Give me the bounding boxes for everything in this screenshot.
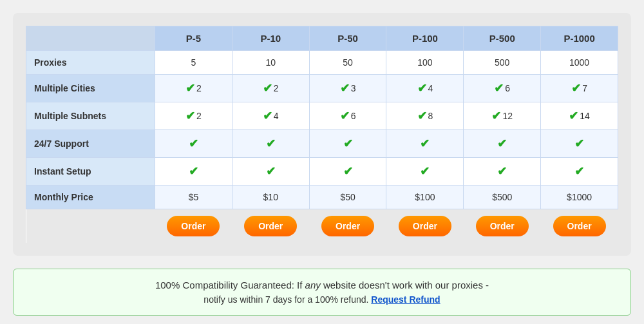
guarantee-box: 100% Compatibility Guaranteed: If any we… xyxy=(13,269,631,316)
table-cell: ✔ 3 xyxy=(309,75,386,102)
table-row: Proxies510501005001000 xyxy=(26,51,618,75)
guarantee-line1: 100% Compatibility Guaranteed: If any we… xyxy=(26,280,618,291)
header-p5: P-5 xyxy=(155,26,232,51)
row-label: Instant Setup xyxy=(26,158,155,186)
checkmark-icon: ✔ xyxy=(497,165,507,178)
table-cell: 1000 xyxy=(541,51,618,75)
checkmark-icon: ✔ xyxy=(417,81,427,95)
table-row: Multiple Cities✔ 2✔ 2✔ 3✔ 4✔ 6✔ 7 xyxy=(26,75,618,102)
table-cell: ✔ 2 xyxy=(232,75,309,102)
row-label: Multiple Cities xyxy=(26,75,155,102)
table-cell: 50 xyxy=(309,51,386,75)
order-cell: Order xyxy=(309,209,386,243)
checkmark-icon: ✔ xyxy=(417,109,427,123)
table-row: Monthly Price$5$10$50$100$500$1000 xyxy=(26,186,618,209)
table-cell: ✔ xyxy=(155,158,232,186)
checkmark-icon: ✔ xyxy=(569,109,578,123)
guarantee-line2: notify us within 7 days for a 100% refun… xyxy=(26,294,618,305)
table-cell: ✔ 2 xyxy=(155,75,232,102)
table-cell: ✔ xyxy=(464,158,541,186)
table-cell: 10 xyxy=(232,51,309,75)
table-row: Multiple Subnets✔ 2✔ 4✔ 6✔ 8✔ 12✔ 14 xyxy=(26,102,618,130)
table-cell: 100 xyxy=(386,51,464,75)
table-cell: ✔ xyxy=(232,130,309,158)
order-button-p10[interactable]: Order xyxy=(244,216,297,236)
order-cell: Order xyxy=(464,209,541,243)
table-cell: ✔ xyxy=(464,130,541,158)
checkmark-icon: ✔ xyxy=(185,81,195,95)
table-cell: $10 xyxy=(232,186,309,209)
table-cell: ✔ xyxy=(155,130,232,158)
check-number: 2 xyxy=(196,111,202,121)
table-cell: ✔ 14 xyxy=(541,102,618,130)
order-cell: Order xyxy=(155,209,232,243)
table-cell: $100 xyxy=(386,186,464,209)
checkmark-icon: ✔ xyxy=(266,165,276,178)
table-cell: ✔ 8 xyxy=(386,102,464,130)
table-cell: ✔ xyxy=(541,158,618,186)
check-with-number: ✔ 2 xyxy=(263,81,279,95)
check-number: 3 xyxy=(351,83,356,93)
order-button-p1000[interactable]: Order xyxy=(553,216,606,236)
check-number: 8 xyxy=(428,111,433,121)
table-cell: ✔ xyxy=(386,130,464,158)
order-button-p100[interactable]: Order xyxy=(399,216,451,236)
order-button-p5[interactable]: Order xyxy=(167,216,220,236)
table-row: Instant Setup✔✔✔✔✔✔ xyxy=(26,158,618,186)
check-number: 6 xyxy=(351,111,356,121)
checkmark-icon: ✔ xyxy=(263,81,272,95)
header-p10: P-10 xyxy=(232,26,309,51)
checkmark-icon: ✔ xyxy=(185,109,195,123)
table-cell: ✔ 4 xyxy=(232,102,309,130)
check-with-number: ✔ 4 xyxy=(417,81,433,95)
check-with-number: ✔ 14 xyxy=(569,109,590,123)
order-row: OrderOrderOrderOrderOrderOrder xyxy=(26,209,618,243)
table-cell: $5 xyxy=(155,186,232,209)
checkmark-icon: ✔ xyxy=(494,81,504,95)
pricing-table: P-5 P-10 P-50 P-100 P-500 P-1000 Proxies… xyxy=(26,26,618,243)
check-with-number: ✔ 7 xyxy=(571,81,587,95)
header-p100: P-100 xyxy=(386,26,464,51)
row-label: Monthly Price xyxy=(26,186,155,209)
check-number: 4 xyxy=(274,111,279,121)
checkmark-icon: ✔ xyxy=(263,109,272,123)
check-with-number: ✔ 3 xyxy=(340,81,356,95)
table-cell: ✔ 2 xyxy=(155,102,232,130)
table-cell: ✔ 7 xyxy=(541,75,618,102)
order-button-p50[interactable]: Order xyxy=(321,216,374,236)
table-cell: ✔ xyxy=(386,158,464,186)
check-with-number: ✔ 6 xyxy=(340,109,356,123)
order-button-p500[interactable]: Order xyxy=(476,216,529,236)
table-row: 24/7 Support✔✔✔✔✔✔ xyxy=(26,130,618,158)
check-with-number: ✔ 8 xyxy=(417,109,433,123)
order-cell: Order xyxy=(232,209,309,243)
checkmark-icon: ✔ xyxy=(189,137,198,150)
checkmark-icon: ✔ xyxy=(340,81,350,95)
check-number: 6 xyxy=(505,83,510,93)
table-header-row: P-5 P-10 P-50 P-100 P-500 P-1000 xyxy=(26,26,618,51)
check-with-number: ✔ 4 xyxy=(263,109,279,123)
check-number: 4 xyxy=(428,83,433,93)
header-p500: P-500 xyxy=(464,26,541,51)
checkmark-icon: ✔ xyxy=(574,137,584,150)
request-refund-link[interactable]: Request Refund xyxy=(371,294,440,305)
checkmark-icon: ✔ xyxy=(340,109,350,123)
table-cell: ✔ 12 xyxy=(464,102,541,130)
checkmark-icon: ✔ xyxy=(189,165,198,178)
check-with-number: ✔ 2 xyxy=(185,81,202,95)
checkmark-icon: ✔ xyxy=(420,137,430,150)
table-cell: ✔ xyxy=(309,158,386,186)
table-cell: ✔ 6 xyxy=(309,102,386,130)
check-with-number: ✔ 6 xyxy=(494,81,510,95)
checkmark-icon: ✔ xyxy=(497,137,507,150)
order-cell: Order xyxy=(541,209,618,243)
table-cell: $500 xyxy=(464,186,541,209)
checkmark-icon: ✔ xyxy=(571,81,581,95)
check-with-number: ✔ 12 xyxy=(491,109,513,123)
checkmark-icon: ✔ xyxy=(266,137,276,150)
table-cell: $1000 xyxy=(541,186,618,209)
row-label: 24/7 Support xyxy=(26,130,155,158)
check-number: 14 xyxy=(580,111,590,121)
check-with-number: ✔ 2 xyxy=(185,109,202,123)
checkmark-icon: ✔ xyxy=(574,165,584,178)
